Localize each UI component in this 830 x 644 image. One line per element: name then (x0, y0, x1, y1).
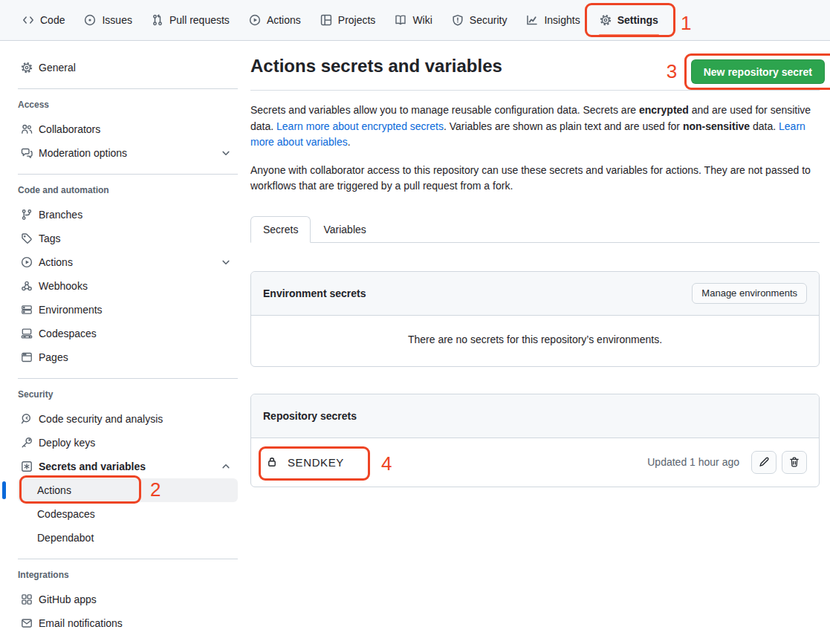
sidebar-item-label: Branches (39, 209, 82, 221)
codespaces-icon (21, 328, 33, 339)
asterisk-box-icon (21, 461, 33, 472)
sidebar-item-actions[interactable]: Actions (18, 250, 238, 274)
sidebar-item-label: Email notifications (39, 617, 123, 629)
sidebar-item-label: Code security and analysis (39, 413, 163, 425)
shield-icon (452, 14, 464, 26)
trash-icon (788, 456, 800, 468)
sidebar-item-email-notifications[interactable]: Email notifications (18, 611, 238, 635)
annotation-label-3: 3 (667, 62, 677, 81)
browser-icon (21, 351, 33, 363)
sidebar-item-secrets-dependabot[interactable]: Dependabot (18, 526, 238, 550)
key-icon (21, 437, 33, 449)
sidebar-divider (18, 88, 238, 89)
sidebar-item-secrets-actions[interactable]: Actions 2 (18, 478, 238, 502)
secret-name-area: SENDKEY 4 (263, 456, 344, 469)
sidebar-item-branches[interactable]: Branches (18, 203, 238, 227)
tab-label: Insights (544, 14, 580, 26)
tab-security[interactable]: Security (444, 10, 515, 30)
page-header: Actions secrets and variables New reposi… (250, 41, 820, 91)
sidebar-item-environments[interactable]: Environments (18, 298, 238, 322)
sidebar-item-deploy-keys[interactable]: Deploy keys (18, 431, 238, 455)
delete-secret-button[interactable] (782, 451, 807, 474)
intro-paragraph: Secrets and variables allow you to manag… (250, 103, 820, 151)
book-icon (395, 14, 406, 26)
sidebar-divider (18, 174, 238, 175)
sidebar-item-label: Codespaces (37, 508, 95, 520)
sidebar-divider (18, 378, 238, 379)
sidebar-item-codespaces[interactable]: Codespaces (18, 322, 238, 345)
tab-insights[interactable]: Insights (519, 10, 587, 30)
tab-actions[interactable]: Actions (241, 10, 308, 30)
secrets-variables-tabnav: Secrets Variables (250, 216, 820, 243)
comment-discussion-icon (21, 147, 33, 159)
play-icon (249, 14, 261, 26)
repository-secrets-card: Repository secrets SENDKEY 4 Updated 1 h… (250, 394, 820, 487)
sidebar-item-label: General (39, 62, 76, 74)
sidebar-item-webhooks[interactable]: Webhooks (18, 274, 238, 298)
play-icon (21, 256, 33, 268)
sidebar-item-label: Moderation options (39, 147, 127, 159)
sidebar-item-general[interactable]: General (18, 56, 238, 79)
tab-label: Issues (102, 14, 132, 26)
codescan-icon (21, 413, 33, 425)
tab-label: Projects (338, 14, 376, 26)
secret-row: SENDKEY 4 Updated 1 hour ago (251, 438, 819, 487)
chevron-down-icon (220, 256, 232, 268)
environment-secrets-empty-message: There are no secrets for this repository… (251, 316, 819, 366)
secret-updated-text: Updated 1 hour ago (647, 456, 739, 468)
tab-projects[interactable]: Projects (313, 10, 383, 30)
tab-issues[interactable]: Issues (77, 10, 139, 30)
sidebar-divider (18, 559, 238, 559)
manage-environments-button[interactable]: Manage environments (692, 283, 807, 304)
sidebar-item-label: GitHub apps (39, 593, 97, 605)
card-title: Environment secrets (263, 287, 366, 299)
repo-tab-nav: Code Issues Pull requests Actions Projec… (0, 0, 830, 41)
sidebar-item-pages[interactable]: Pages (18, 345, 238, 369)
chevron-down-icon (220, 147, 232, 159)
sidebar-item-label: Dependabot (37, 532, 94, 544)
sidebar-section-header-integrations: Integrations (18, 570, 238, 580)
tab-label: Wiki (412, 14, 432, 26)
code-icon (22, 14, 34, 26)
inline-link[interactable]: Learn more about encrypted secrets (276, 120, 444, 132)
tab-pull-requests[interactable]: Pull requests (144, 10, 237, 30)
sidebar-item-secrets-and-variables[interactable]: Secrets and variables (18, 455, 238, 478)
gear-icon (21, 62, 33, 74)
card-title: Repository secrets (263, 410, 357, 422)
tab-variables[interactable]: Variables (311, 216, 378, 243)
tab-label: Pull requests (169, 14, 230, 26)
sidebar-item-tags[interactable]: Tags (18, 227, 238, 250)
sidebar-item-collaborators[interactable]: Collaborators (18, 117, 238, 141)
apps-grid-icon (21, 593, 33, 605)
new-secret-button-area: New repository secret 3 (691, 59, 825, 84)
server-icon (21, 304, 33, 316)
tab-label: Code (40, 14, 65, 26)
tab-code[interactable]: Code (15, 10, 72, 30)
sidebar-item-code-security[interactable]: Code security and analysis (18, 407, 238, 431)
sidebar-section-header-code-automation: Code and automation (18, 185, 238, 195)
annotation-label-2: 2 (150, 480, 161, 499)
tab-wiki[interactable]: Wiki (387, 10, 439, 30)
settings-sidebar: General Access Collaborators Moderation … (0, 41, 250, 644)
environment-secrets-card: Environment secrets Manage environments … (250, 271, 820, 367)
sidebar-item-secrets-codespaces[interactable]: Codespaces (18, 502, 238, 526)
secret-name: SENDKEY (288, 456, 344, 469)
sidebar-item-label: Deploy keys (39, 437, 95, 449)
note-paragraph: Anyone with collaborator access to this … (250, 163, 820, 195)
tab-secrets[interactable]: Secrets (250, 216, 311, 243)
environment-secrets-header: Environment secrets Manage environments (251, 272, 819, 316)
sidebar-item-label: Actions (37, 484, 71, 496)
people-icon (21, 123, 33, 135)
gear-icon (600, 14, 612, 26)
tab-settings[interactable]: Settings 1 (592, 10, 666, 30)
sidebar-item-label: Secrets and variables (39, 461, 146, 472)
sidebar-item-label: Webhooks (39, 280, 88, 292)
new-repository-secret-button[interactable]: New repository secret (691, 59, 825, 84)
git-branch-icon (21, 209, 33, 221)
secret-row-actions: Updated 1 hour ago (647, 451, 807, 474)
annotation-label-4: 4 (381, 454, 392, 473)
edit-secret-button[interactable] (751, 451, 776, 474)
sidebar-item-moderation-options[interactable]: Moderation options (18, 141, 238, 165)
sidebar-section-header-access: Access (18, 100, 238, 110)
sidebar-item-github-apps[interactable]: GitHub apps (18, 588, 238, 611)
